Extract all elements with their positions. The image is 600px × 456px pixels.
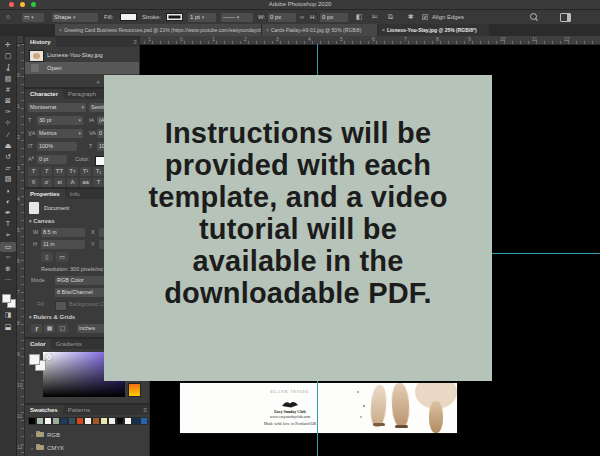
vertical-scale-field[interactable]: 100% xyxy=(37,142,77,151)
tab-properties[interactable]: Properties xyxy=(25,189,65,199)
tool-preset-dropdown[interactable]: ▭ ▾ xyxy=(22,13,44,22)
width-field[interactable]: 0 px xyxy=(268,13,296,22)
tab-character[interactable]: Character xyxy=(25,89,63,99)
align-edges-checkbox[interactable]: ✓ xyxy=(422,14,428,20)
workspace-switcher-icon[interactable] xyxy=(560,13,571,22)
canvas-width-field[interactable]: 8.5 in xyxy=(41,228,85,237)
type-style-button[interactable]: T¹ xyxy=(80,167,91,176)
type-style-button[interactable]: TT xyxy=(54,167,65,176)
swatch-group-cmyk[interactable]: ›CMYK xyxy=(25,442,149,455)
chevron-right-icon[interactable]: › xyxy=(31,432,33,438)
clone-stamp-tool[interactable]: ⏏ xyxy=(0,141,16,151)
type-tool[interactable]: T xyxy=(0,219,16,229)
lasso-tool[interactable]: ʆ xyxy=(0,62,16,72)
color-swatch[interactable] xyxy=(100,417,108,425)
kerning-field[interactable]: Metrics▾ xyxy=(37,129,83,138)
tab-cards-flatlay[interactable]: ×Cards-Flatlay-A6-01.jpg @ 50% (RGB/8) xyxy=(262,24,378,36)
color-swatch[interactable] xyxy=(116,417,124,425)
home-icon[interactable]: ⌂ xyxy=(6,13,10,21)
tab-greeting-card-resources[interactable]: ×Greeting Card Business Resources.psd @ … xyxy=(55,24,262,36)
tab-history[interactable]: History xyxy=(25,37,56,47)
dodge-tool[interactable]: ◐ xyxy=(0,197,16,207)
chevron-right-icon[interactable]: › xyxy=(31,445,33,451)
tab-patterns[interactable]: Patterns xyxy=(63,405,95,415)
type-style-button[interactable]: T xyxy=(28,167,39,176)
path-operations-icon[interactable]: ◧ xyxy=(356,13,363,21)
stroke-swatch[interactable] xyxy=(166,13,183,21)
swatch-group-rgb[interactable]: ›RGB xyxy=(25,429,149,442)
type-style-button[interactable]: T₁ xyxy=(93,167,104,176)
stroke-width-field[interactable]: 1 pt ▾ xyxy=(188,13,216,22)
landscape-orientation-button[interactable]: ▭ xyxy=(56,252,68,262)
history-step-open[interactable]: Open xyxy=(25,62,139,74)
path-selection-tool[interactable]: ➢ xyxy=(0,230,16,240)
eyedropper-tool[interactable]: ✑ xyxy=(0,107,16,117)
foreground-color-swatch[interactable] xyxy=(2,294,11,303)
type-style-button[interactable]: T xyxy=(41,167,52,176)
fill-swatch[interactable] xyxy=(55,301,67,311)
zoom-tool[interactable]: ⊕ xyxy=(0,264,16,274)
search-icon[interactable] xyxy=(530,13,537,20)
new-snapshot-plus-icon[interactable]: + xyxy=(96,79,100,86)
rulers-grids-section-header[interactable]: ▾ Rulers & Grids xyxy=(29,314,75,320)
healing-brush-tool[interactable]: ⊹ xyxy=(0,118,16,128)
opentype-feature-button[interactable]: st xyxy=(54,178,65,187)
tab-swatches[interactable]: Swatches xyxy=(25,405,63,415)
baseline-shift-field[interactable]: 0 pt xyxy=(37,155,67,164)
portrait-orientation-button[interactable]: ▯ xyxy=(41,252,53,262)
history-brush-tool[interactable]: ↺ xyxy=(0,152,16,162)
crop-tool[interactable]: # xyxy=(0,85,16,95)
card-document[interactable]: BLANK INSIDE Easy Sunday Club www.easysu… xyxy=(180,383,457,433)
frame-tool[interactable]: ⊠ xyxy=(0,96,16,106)
color-swatch[interactable] xyxy=(36,417,44,425)
color-swatch[interactable] xyxy=(44,417,52,425)
close-tab-icon[interactable]: × xyxy=(59,27,62,33)
color-swatch[interactable] xyxy=(92,417,100,425)
selected-color-chip[interactable] xyxy=(128,383,141,397)
panel-menu-icon[interactable]: ≡ xyxy=(133,39,137,45)
canvas-section-header[interactable]: ▾ Canvas xyxy=(29,218,55,224)
pen-tool[interactable]: ✒ xyxy=(0,208,16,218)
opentype-feature-button[interactable]: A xyxy=(67,178,78,187)
gear-icon[interactable]: ✱ xyxy=(408,13,414,21)
height-field[interactable]: 0 px xyxy=(320,13,348,22)
color-swatch[interactable] xyxy=(124,417,132,425)
color-swatch[interactable] xyxy=(140,417,148,425)
ruler-grid-button[interactable]: ▢ xyxy=(57,324,68,333)
panel-menu-icon[interactable]: ≡ xyxy=(143,407,147,413)
font-family-dropdown[interactable]: Montserrat▾ xyxy=(28,103,86,112)
brush-tool[interactable]: ∕ xyxy=(0,130,16,140)
type-style-button[interactable]: Tᴛ xyxy=(67,167,78,176)
color-swatch[interactable] xyxy=(132,417,140,425)
tab-lioness-you-slay[interactable]: ×Lioness-You-Slay.jpg @ 25% (RGB/8*) xyxy=(378,24,490,36)
opentype-feature-button[interactable]: ơ xyxy=(41,178,52,187)
opentype-feature-button[interactable]: aa xyxy=(80,178,91,187)
color-picker-marker[interactable] xyxy=(46,354,52,360)
link-dimensions-icon[interactable]: ∞ xyxy=(300,13,304,21)
quick-mask-icon[interactable]: ◨ xyxy=(0,310,16,320)
close-tab-icon[interactable]: × xyxy=(382,27,385,33)
color-swatch[interactable] xyxy=(68,417,76,425)
tool-mode-select[interactable]: Shape ▾ xyxy=(52,13,98,22)
tab-gradients[interactable]: Gradients xyxy=(51,339,87,349)
stroke-style-dropdown[interactable]: —— ▾ xyxy=(221,13,253,22)
more-tools[interactable]: ⋯ xyxy=(0,275,16,285)
tab-paragraph[interactable]: Paragraph xyxy=(63,89,101,99)
path-arrangement-icon[interactable]: ⧉ xyxy=(388,13,393,21)
blur-tool[interactable]: ◗ xyxy=(0,186,16,196)
color-swatch[interactable] xyxy=(52,417,60,425)
font-size-field[interactable]: 30 pt▾ xyxy=(37,116,83,125)
canvas-height-field[interactable]: 11 in xyxy=(41,240,85,249)
color-swatch[interactable] xyxy=(108,417,116,425)
marquee-tool[interactable]: ▢ xyxy=(0,51,16,61)
eraser-tool[interactable]: ▱ xyxy=(0,163,16,173)
shape-tool[interactable]: ▭ xyxy=(0,242,16,252)
fill-swatch[interactable] xyxy=(120,13,137,21)
opentype-feature-button[interactable]: T xyxy=(93,178,104,187)
move-tool[interactable]: ✛ xyxy=(0,40,16,50)
ruler-grid-button[interactable]: ▦ xyxy=(44,324,55,333)
object-selection-tool[interactable]: ▧ xyxy=(0,74,16,84)
path-alignment-icon[interactable]: ⊨ xyxy=(372,13,378,21)
tab-color[interactable]: Color xyxy=(25,339,51,349)
color-swatch[interactable] xyxy=(28,417,36,425)
